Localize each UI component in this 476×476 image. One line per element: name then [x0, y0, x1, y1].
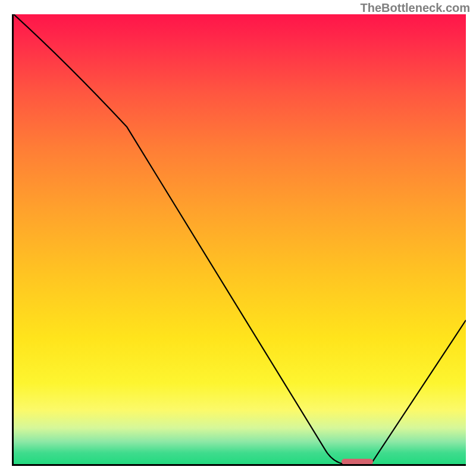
bottleneck-curve — [14, 14, 466, 464]
optimal-marker — [342, 459, 374, 465]
watermark-text: TheBottleneck.com — [361, 1, 470, 15]
chart-container: TheBottleneck.com — [0, 0, 476, 476]
curve-path — [14, 14, 466, 464]
plot-area — [12, 14, 466, 466]
